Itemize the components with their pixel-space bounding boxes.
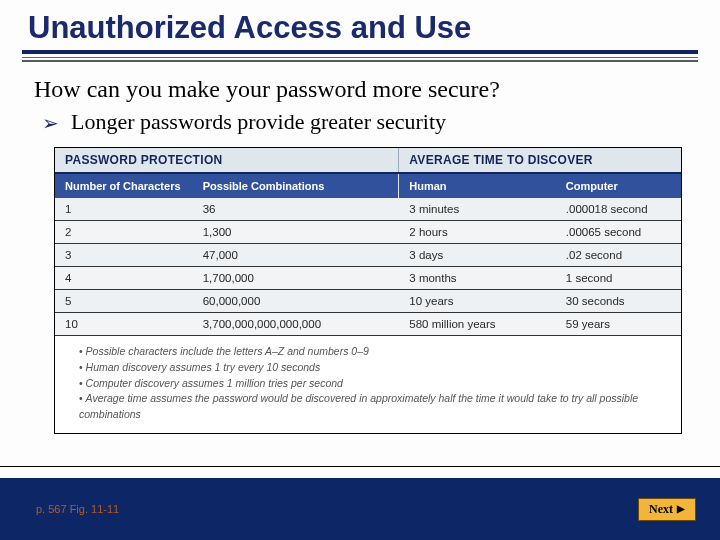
cell-computer: 30 seconds [556, 290, 681, 312]
footnote: Average time assumes the password would … [79, 391, 665, 423]
table-row: 41,700,0003 months1 second [55, 267, 681, 290]
cell-num-chars: 3 [55, 244, 193, 266]
group-right: AVERAGE TIME TO DISCOVER [399, 148, 681, 172]
cell-num-chars: 4 [55, 267, 193, 289]
chevron-right-icon: ➢ [42, 109, 59, 137]
cell-computer: 59 years [556, 313, 681, 335]
cell-combos: 3,700,000,000,000,000 [193, 313, 400, 335]
footnote: Possible characters include the letters … [79, 344, 665, 360]
group-left: PASSWORD PROTECTION [55, 148, 399, 172]
slide: Unauthorized Access and Use How can you … [0, 0, 720, 540]
next-button[interactable]: Next ▶ [638, 498, 696, 521]
cell-combos: 47,000 [193, 244, 400, 266]
page-reference: p. 567 Fig. 11-11 [36, 503, 119, 515]
table-row: 1363 minutes.000018 second [55, 198, 681, 221]
table-row: 560,000,00010 years30 seconds [55, 290, 681, 313]
cell-combos: 1,700,000 [193, 267, 400, 289]
cell-computer: .000018 second [556, 198, 681, 220]
cell-human: 580 million years [399, 313, 556, 335]
table-group-header: PASSWORD PROTECTION AVERAGE TIME TO DISC… [55, 148, 681, 174]
cell-num-chars: 5 [55, 290, 193, 312]
play-icon: ▶ [677, 504, 685, 514]
cell-computer: 1 second [556, 267, 681, 289]
password-table: PASSWORD PROTECTION AVERAGE TIME TO DISC… [54, 147, 682, 434]
cell-combos: 36 [193, 198, 400, 220]
title-divider [22, 50, 698, 62]
cell-num-chars: 10 [55, 313, 193, 335]
cell-num-chars: 2 [55, 221, 193, 243]
table-footnotes: Possible characters include the letters … [55, 336, 681, 433]
cell-human: 3 days [399, 244, 556, 266]
footnote: Human discovery assumes 1 try every 10 s… [79, 360, 665, 376]
bullet-item: ➢ Longer passwords provide greater secur… [34, 109, 690, 137]
cell-combos: 60,000,000 [193, 290, 400, 312]
cell-human: 3 minutes [399, 198, 556, 220]
col-num-chars: Number of Characters [55, 174, 193, 198]
bullet-text: Longer passwords provide greater securit… [71, 109, 446, 135]
cell-human: 2 hours [399, 221, 556, 243]
slide-title: Unauthorized Access and Use [0, 0, 720, 50]
slide-body: How can you make your password more secu… [0, 62, 720, 137]
footnote: Computer discovery assumes 1 million tri… [79, 376, 665, 392]
col-human: Human [399, 174, 556, 198]
cell-human: 3 months [399, 267, 556, 289]
table-row: 21,3002 hours.00065 second [55, 221, 681, 244]
col-combos: Possible Combinations [193, 174, 400, 198]
col-computer: Computer [556, 174, 681, 198]
next-button-label: Next [649, 502, 673, 517]
table-row: 103,700,000,000,000,000580 million years… [55, 313, 681, 336]
table-column-headers: Number of Characters Possible Combinatio… [55, 174, 681, 198]
footer-bar: p. 567 Fig. 11-11 Next ▶ [0, 478, 720, 540]
table-bottom-gutter [0, 466, 720, 478]
cell-computer: .02 second [556, 244, 681, 266]
cell-human: 10 years [399, 290, 556, 312]
cell-num-chars: 1 [55, 198, 193, 220]
cell-combos: 1,300 [193, 221, 400, 243]
cell-computer: .00065 second [556, 221, 681, 243]
table-row: 347,0003 days.02 second [55, 244, 681, 267]
question-text: How can you make your password more secu… [34, 76, 690, 103]
